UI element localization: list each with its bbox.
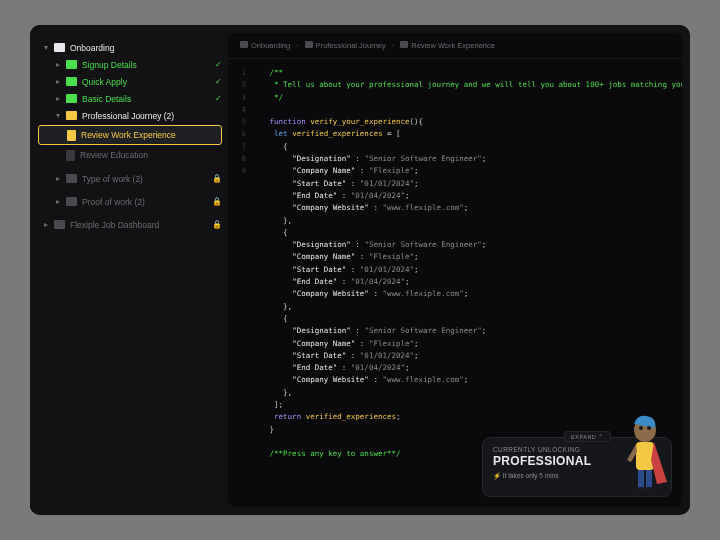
mascot-icon — [615, 412, 675, 498]
lock-icon: 🔒 — [212, 174, 222, 183]
sidebar-item-quick-apply[interactable]: Quick Apply ✓ — [38, 73, 228, 90]
svg-point-7 — [644, 487, 654, 493]
folder-icon — [66, 174, 77, 183]
lock-icon: 🔒 — [212, 197, 222, 206]
sidebar-item-label: Signup Details — [82, 60, 137, 70]
sidebar-item-label: Professional Journey (2) — [82, 111, 174, 121]
sidebar-item-basic-details[interactable]: Basic Details ✓ — [38, 90, 228, 107]
svg-rect-3 — [636, 442, 654, 470]
line-gutter: 1 2 3 4 5 6 7 8 9 — [228, 59, 252, 507]
sidebar-root-onboarding[interactable]: Onboarding — [38, 39, 228, 56]
folder-icon — [66, 94, 77, 103]
svg-point-1 — [639, 426, 643, 430]
sidebar-file-label: Review Work Experience — [81, 130, 176, 140]
sidebar-item-signup-details[interactable]: Signup Details ✓ — [38, 56, 228, 73]
breadcrumb-item[interactable]: Professional Journey — [305, 41, 386, 50]
file-icon — [400, 41, 408, 48]
chevron-right-icon — [56, 60, 66, 69]
sidebar-item-label: Type of work (2) — [82, 174, 143, 184]
sidebar-item-dashboard[interactable]: Flexiple Job Dashboard 🔒 — [38, 216, 228, 233]
file-icon — [66, 150, 75, 161]
sidebar-item-proof-of-work[interactable]: Proof of work (2) 🔒 — [38, 193, 228, 210]
folder-icon — [305, 41, 313, 48]
sidebar-item-label: Flexiple Job Dashboard — [70, 220, 159, 230]
folder-icon — [54, 220, 65, 229]
chevron-down-icon — [56, 111, 66, 120]
sidebar: Onboarding Signup Details ✓ Quick Apply … — [30, 25, 228, 515]
sidebar-item-label: Proof of work (2) — [82, 197, 145, 207]
svg-point-2 — [647, 426, 651, 430]
chevron-right-icon — [56, 94, 66, 103]
folder-icon — [66, 77, 77, 86]
unlock-card[interactable]: EXPAND CURRENTLY UNLOCKING PROFESSIONAL … — [482, 437, 672, 497]
breadcrumb-item[interactable]: Onboarding — [240, 41, 290, 50]
folder-icon — [240, 41, 248, 48]
sidebar-item-label: Basic Details — [82, 94, 131, 104]
svg-rect-5 — [646, 470, 652, 488]
sidebar-item-type-of-work[interactable]: Type of work (2) 🔒 — [38, 170, 228, 187]
sidebar-file-review-education[interactable]: Review Education — [38, 146, 228, 164]
chevron-right-icon — [56, 174, 66, 183]
check-icon: ✓ — [215, 94, 222, 103]
check-icon: ✓ — [215, 77, 222, 86]
chevron-down-icon — [44, 43, 54, 52]
sidebar-item-professional-journey[interactable]: Professional Journey (2) — [38, 107, 228, 124]
chevron-right-icon — [44, 220, 54, 229]
folder-icon — [66, 197, 77, 206]
chevron-right-icon — [56, 77, 66, 86]
folder-icon — [66, 111, 77, 120]
sidebar-root-label: Onboarding — [70, 43, 114, 53]
breadcrumb: Onboarding › Professional Journey › Revi… — [228, 33, 682, 59]
expand-button[interactable]: EXPAND — [564, 431, 611, 442]
breadcrumb-item[interactable]: Review Work Experience — [400, 41, 495, 50]
chevron-right-icon — [56, 197, 66, 206]
lock-icon: 🔒 — [212, 220, 222, 229]
file-icon — [67, 130, 76, 141]
folder-icon — [54, 43, 65, 52]
chevron-right-icon: › — [296, 41, 299, 50]
chevron-right-icon: › — [392, 41, 395, 50]
sidebar-file-review-work-experience[interactable]: Review Work Experience — [38, 125, 222, 145]
editor-panel: Onboarding › Professional Journey › Revi… — [228, 33, 682, 507]
svg-rect-4 — [638, 470, 644, 488]
check-icon: ✓ — [215, 60, 222, 69]
folder-icon — [66, 60, 77, 69]
sidebar-file-label: Review Education — [80, 150, 148, 160]
app-window: Onboarding Signup Details ✓ Quick Apply … — [30, 25, 690, 515]
sidebar-item-label: Quick Apply — [82, 77, 127, 87]
